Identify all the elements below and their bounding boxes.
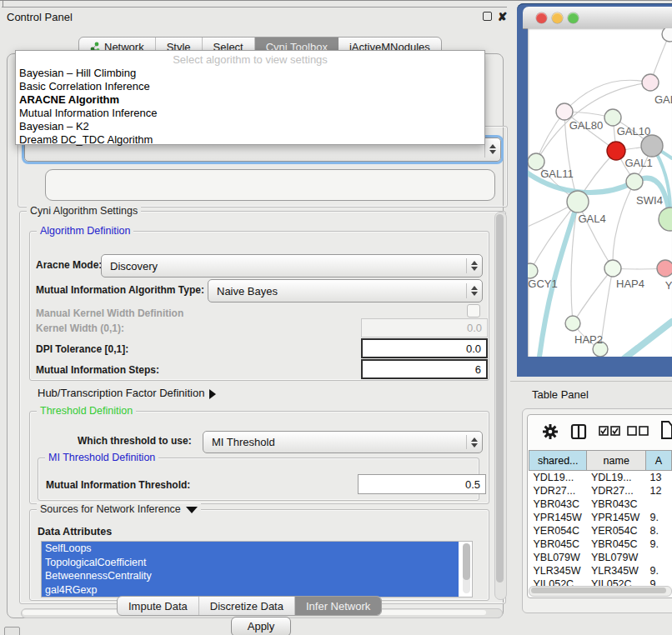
network-edge-thick[interactable] [624, 322, 672, 357]
data-attributes-list[interactable]: SelfLoopsTopologicalCoefficientBetweenne… [41, 541, 473, 598]
algorithm-option[interactable]: ARACNE Algorithm [16, 93, 484, 107]
sources-group-title[interactable]: Sources for Network Inference [37, 503, 201, 515]
apply-button[interactable]: Apply [231, 617, 291, 635]
network-view-window[interactable]: GALGAL80GAL10GAL1GAL11SWI4GAL4GCY1HAP4YH… [517, 3, 672, 377]
node-label: HAP4 [616, 278, 644, 290]
table-cell: 9 [646, 578, 672, 586]
table-cell: YDR27... [587, 484, 646, 498]
table-cell: YER054C [587, 524, 646, 538]
network-node[interactable] [657, 260, 672, 277]
tab-label: Infer Network [306, 600, 370, 612]
minimized-panel-icon[interactable] [4, 627, 20, 635]
table-row[interactable]: YBR045CYBR045C9. [529, 538, 672, 551]
node-label: GAL1 [624, 157, 652, 169]
bottom-tab-infer-network[interactable]: Infer Network [295, 597, 381, 615]
network-window-titlebar[interactable] [523, 7, 672, 29]
document-icon[interactable] [660, 420, 672, 440]
algorithm-dropdown-popup: Select algorithm to view settings Bayesi… [15, 50, 485, 145]
algorithm-option[interactable]: Bayesian – Hill Climbing [16, 67, 484, 80]
table-row[interactable]: YPR145WYPR145W9. [529, 511, 672, 524]
network-source-box [45, 169, 495, 201]
table-cell: 13 [646, 471, 672, 485]
settings-vertical-scrollbar[interactable] [494, 212, 507, 600]
bottom-tab-impute-data[interactable]: Impute Data [118, 597, 199, 615]
network-node[interactable] [565, 316, 580, 331]
mi-steps-field[interactable]: 6 [361, 359, 488, 379]
manual-kernel-width-checkbox[interactable] [467, 304, 480, 318]
table-row[interactable]: YDR27...YDR27...12 [529, 484, 672, 498]
attribute-item[interactable]: gal4RGexp [42, 583, 459, 598]
table-cell: YDL19... [587, 471, 646, 485]
attribute-item[interactable]: BetweennessCentrality [42, 569, 459, 583]
table-row[interactable]: YLR345WYLR345W9. [529, 564, 672, 578]
node-label: SWI4 [636, 194, 663, 207]
unchecked-boxes-icon[interactable] [627, 426, 649, 437]
aracne-mode-combo[interactable]: Discovery [101, 254, 483, 278]
attributes-scrollbar[interactable] [463, 543, 470, 593]
minimize-traffic-light-icon[interactable] [552, 12, 563, 23]
combo-spinner-icon [466, 435, 482, 450]
table-cell: YBL079W [587, 551, 646, 564]
table-row[interactable]: YBL079WYBL079W [529, 551, 672, 564]
bottom-tab-bar: Impute DataDiscretize DataInfer Network [117, 596, 382, 616]
network-node[interactable] [607, 142, 625, 160]
algorithm-popup-placeholder: Select algorithm to view settings [16, 51, 484, 67]
which-threshold-combo[interactable]: MI Threshold [203, 431, 483, 453]
hub-definition-toggle[interactable]: Hub/Transcription Factor Definition [38, 387, 216, 399]
table-row[interactable]: YBR043CYBR043C [529, 498, 672, 511]
table-row[interactable]: YDL19...YDL19...13 [529, 471, 672, 485]
node-attribute-table[interactable]: shared...nameA YDL19...YDL19...13YDR27..… [529, 450, 672, 586]
attribute-item[interactable]: SelfLoops [42, 542, 459, 556]
close-traffic-light-icon[interactable] [536, 12, 547, 23]
column-header[interactable]: name [587, 451, 646, 471]
gear-icon[interactable] [542, 423, 559, 440]
network-node[interactable] [662, 28, 672, 42]
dpi-tolerance-field[interactable]: 0.0 [361, 338, 488, 358]
algorithm-option[interactable]: Basic Correlation Inference [16, 80, 484, 93]
control-panel-titlebar[interactable]: Control Panel ✘ [2, 7, 507, 28]
table-horizontal-scrollbar[interactable] [529, 586, 672, 597]
algorithm-option[interactable]: Bayesian – K2 [16, 120, 484, 133]
float-window-icon[interactable] [483, 12, 492, 21]
table-cell: 9. [646, 511, 672, 524]
node-label: GAL10 [617, 125, 650, 138]
bottom-tab-discretize-data[interactable]: Discretize Data [199, 597, 295, 615]
node-label: GAL80 [569, 119, 603, 132]
table-cell: YER054C [529, 524, 587, 538]
network-node[interactable] [556, 103, 573, 120]
network-node[interactable] [659, 208, 672, 231]
kernel-width-field[interactable]: 0.0 [361, 318, 488, 338]
network-node[interactable] [528, 263, 538, 278]
table-cell: YLR345W [587, 564, 646, 578]
network-edge[interactable] [613, 182, 634, 268]
close-icon[interactable]: ✘ [497, 12, 508, 22]
algorithm-definition-title: Algorithm Definition [37, 225, 133, 237]
settings-group-title: Cyni Algorithm Settings [27, 205, 141, 217]
control-panel-title: Control Panel [7, 11, 73, 23]
network-node[interactable] [642, 74, 659, 91]
network-node[interactable] [604, 260, 621, 277]
algorithm-option[interactable]: Mutual Information Inference [16, 107, 484, 120]
network-node[interactable] [567, 191, 589, 212]
network-canvas[interactable]: GALGAL80GAL10GAL1GAL11SWI4GAL4GCY1HAP4YH… [528, 28, 672, 357]
network-node[interactable] [626, 173, 643, 190]
zoom-traffic-light-icon[interactable] [568, 12, 579, 23]
table-cell: YBL079W [529, 551, 587, 564]
algorithm-option[interactable]: Dream8 DC_TDC Algorithm [16, 133, 484, 147]
table-cell: YBR045C [587, 538, 646, 551]
checked-boxes-icon[interactable] [599, 426, 620, 437]
mi-algorithm-type-combo[interactable]: Naive Bayes [208, 279, 483, 302]
column-header[interactable]: shared... [529, 451, 587, 471]
network-node[interactable] [641, 135, 663, 157]
expanded-arrow-icon [186, 507, 198, 513]
split-columns-icon[interactable] [570, 423, 587, 440]
mi-threshold-field[interactable]: 0.5 [358, 474, 486, 494]
table-row[interactable]: YIL052CYIL052C9 [529, 578, 672, 586]
network-edge[interactable] [530, 202, 578, 271]
table-row[interactable]: YER054CYER054C8. [529, 524, 672, 538]
which-threshold-label: Which threshold to use: [78, 435, 192, 447]
attribute-item[interactable]: TopologicalCoefficient [42, 556, 459, 570]
column-header[interactable]: A [646, 451, 672, 471]
network-edge[interactable] [573, 268, 613, 323]
network-node[interactable] [604, 109, 621, 126]
